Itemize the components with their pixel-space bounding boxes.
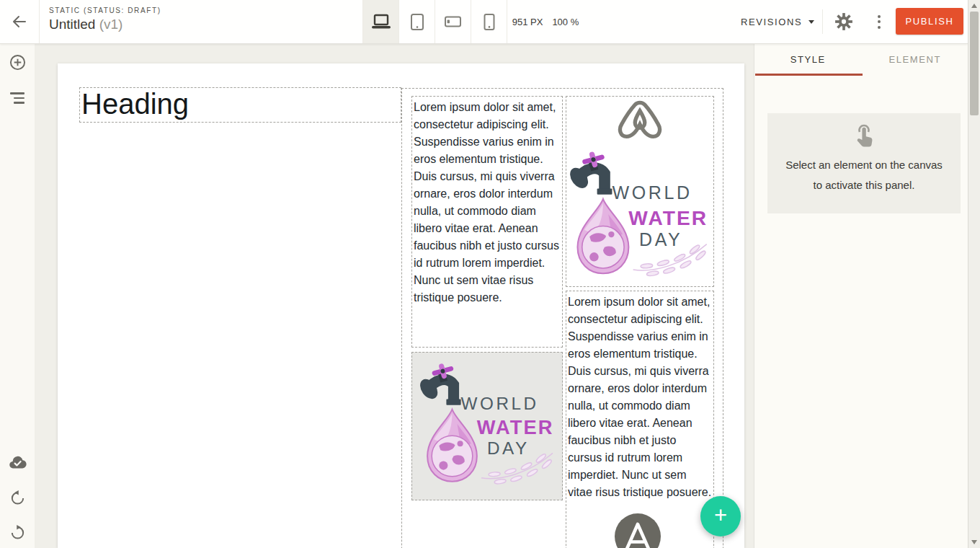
viewport-width-value: 951 PX bbox=[512, 17, 543, 27]
image-block-right[interactable] bbox=[566, 96, 714, 287]
publish-button[interactable]: PUBLISH bbox=[896, 8, 963, 35]
status-badge: STATIC (STATUS: DRAFT) bbox=[49, 6, 161, 14]
inspector-tabs: STYLE ELEMENT bbox=[754, 43, 968, 76]
mobile-portrait-icon bbox=[484, 14, 495, 30]
app-window: WORLD WATER DAY STATIC (STATUS: DRAFT) U… bbox=[0, 0, 980, 548]
add-element-button[interactable] bbox=[0, 54, 35, 71]
toolbar-divider bbox=[822, 9, 823, 34]
laptop-icon bbox=[370, 14, 392, 30]
outline-navigator-button[interactable] bbox=[0, 92, 35, 104]
gear-icon bbox=[834, 12, 853, 31]
back-button[interactable] bbox=[0, 0, 40, 43]
text-block-left[interactable]: Lorem ipsum dolor sit amet, consectetur … bbox=[411, 96, 563, 348]
save-status-indicator[interactable] bbox=[0, 456, 35, 469]
heading-text: Heading bbox=[80, 88, 401, 120]
plus-icon: + bbox=[714, 504, 727, 526]
scrollbar-thumb[interactable] bbox=[970, 12, 979, 115]
top-toolbar: STATIC (STATUS: DRAFT) Untitled (v1) bbox=[0, 0, 968, 44]
redo-icon bbox=[9, 524, 26, 541]
scrollbar-down-icon[interactable] bbox=[971, 540, 977, 544]
kebab-icon bbox=[878, 15, 881, 29]
outline-icon bbox=[10, 92, 24, 104]
empty-state-line2: to activate this panel. bbox=[767, 175, 961, 195]
scrollbar-up-icon[interactable] bbox=[971, 4, 977, 8]
paragraph-text: Lorem ipsum dolor sit amet, consectetur … bbox=[412, 97, 562, 306]
paragraph-text: Lorem ipsum dolor sit amet, consectetur … bbox=[566, 291, 713, 501]
letter-a-icon bbox=[615, 513, 661, 548]
zoom-value: 100 % bbox=[552, 17, 579, 27]
heading-block[interactable]: Heading bbox=[79, 87, 401, 123]
tab-element[interactable]: ELEMENT bbox=[862, 43, 969, 76]
device-mobile-landscape-button[interactable] bbox=[435, 0, 471, 43]
viewport-info: 951 PX 100 % bbox=[504, 0, 587, 43]
document-title-group: STATIC (STATUS: DRAFT) Untitled (v1) bbox=[49, 6, 161, 32]
device-desktop-button[interactable] bbox=[362, 0, 398, 43]
version-label: (v1) bbox=[99, 17, 123, 32]
active-tab-underline bbox=[755, 74, 863, 76]
undo-icon bbox=[9, 490, 26, 506]
device-mobile-portrait-button[interactable] bbox=[471, 0, 507, 43]
device-preview-switcher bbox=[362, 0, 507, 43]
page-canvas[interactable]: Heading Lorem ipsum dolor sit amet, cons… bbox=[58, 63, 744, 548]
tablet-icon bbox=[411, 14, 424, 30]
plus-circle-icon bbox=[9, 54, 26, 71]
inspector-panel: STYLE ELEMENT Select an element on the c… bbox=[754, 43, 968, 548]
left-toolbar bbox=[0, 43, 35, 548]
empty-state-line1: Select an element on the canvas bbox=[767, 155, 961, 175]
airbnb-logo-icon bbox=[618, 100, 662, 146]
settings-button[interactable] bbox=[833, 12, 855, 32]
text-block-right[interactable]: Lorem ipsum dolor sit amet, consectetur … bbox=[566, 291, 714, 548]
a-circle-logo[interactable] bbox=[615, 513, 661, 548]
tap-icon bbox=[852, 123, 876, 149]
window-scrollbar[interactable] bbox=[968, 0, 980, 548]
more-options-button[interactable] bbox=[868, 12, 890, 32]
mobile-landscape-icon bbox=[445, 16, 461, 27]
redo-button[interactable] bbox=[0, 524, 35, 541]
caret-down-icon bbox=[808, 20, 814, 24]
revisions-dropdown[interactable]: REVISIONS bbox=[741, 0, 814, 43]
cloud-saved-icon bbox=[9, 456, 27, 469]
back-arrow-icon bbox=[11, 13, 28, 30]
world-water-day-image bbox=[419, 363, 557, 488]
image-block-left[interactable] bbox=[411, 352, 563, 500]
undo-button[interactable] bbox=[0, 490, 35, 506]
tab-style[interactable]: STYLE bbox=[754, 43, 862, 76]
device-tablet-button[interactable] bbox=[398, 0, 435, 43]
panel-empty-state: Select an element on the canvas to activ… bbox=[767, 113, 961, 213]
page-title: Untitled bbox=[49, 17, 95, 32]
add-section-fab[interactable]: + bbox=[700, 496, 741, 536]
world-water-day-image bbox=[569, 151, 711, 280]
